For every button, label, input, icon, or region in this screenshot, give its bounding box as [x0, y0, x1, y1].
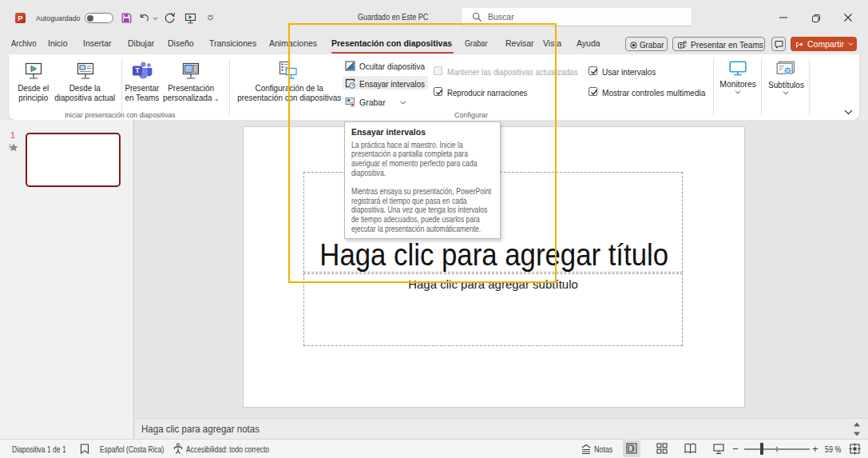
svg-text:P: P [18, 14, 23, 22]
svg-text:T: T [680, 43, 683, 48]
svg-text:T: T [135, 66, 140, 74]
